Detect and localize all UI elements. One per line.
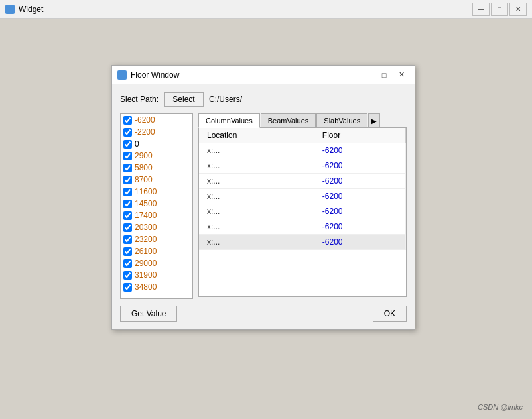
- tab-beam[interactable]: BeamValues: [261, 113, 316, 127]
- tab-column[interactable]: ColumnValues: [198, 113, 260, 128]
- modal-title: Floor Window: [131, 70, 358, 80]
- check-list-item[interactable]: 17400: [121, 210, 192, 221]
- table-row: x:...-6200: [199, 189, 406, 204]
- check-list-item[interactable]: 8700: [121, 174, 192, 186]
- ok-button[interactable]: OK: [373, 306, 407, 322]
- checkbox-9[interactable]: [123, 223, 132, 232]
- check-item-label: 26100: [135, 247, 157, 256]
- cell-location: x:...: [199, 174, 314, 189]
- check-list-item[interactable]: 14500: [121, 198, 192, 210]
- table-row: x:...-6200: [199, 235, 406, 250]
- modal-minimize-button[interactable]: —: [359, 68, 375, 82]
- checkbox-list[interactable]: -6200-2200029005800870011600145001740020…: [121, 114, 192, 298]
- check-item-label: 23200: [135, 235, 157, 244]
- outer-window-controls: — □ ✕: [472, 3, 527, 16]
- select-path-button[interactable]: Select: [164, 92, 204, 107]
- checkbox-5[interactable]: [123, 176, 132, 184]
- checkbox-3[interactable]: [123, 152, 132, 160]
- get-value-button[interactable]: Get Value: [120, 306, 177, 322]
- cell-floor: -6200: [314, 189, 405, 204]
- check-list-item[interactable]: 5800: [121, 162, 192, 174]
- check-list-item[interactable]: 29000: [121, 257, 192, 269]
- check-list-item[interactable]: 20300: [121, 221, 192, 233]
- checkbox-6[interactable]: [123, 188, 132, 196]
- table-header: Location Floor: [199, 128, 406, 143]
- outer-maximize-button[interactable]: □: [491, 3, 508, 16]
- checkbox-list-container: -6200-2200029005800870011600145001740020…: [120, 113, 193, 299]
- table-row: x:...-6200: [199, 204, 406, 219]
- table-header-row: Location Floor: [199, 128, 406, 143]
- modal-titlebar: Floor Window — □ ✕: [112, 66, 415, 84]
- floor-window-modal: Floor Window — □ ✕ Slect Path: Select C:…: [111, 65, 415, 330]
- col-header-floor: Floor: [314, 128, 405, 143]
- checkbox-13[interactable]: [123, 271, 132, 280]
- cell-location: x:...: [199, 189, 314, 204]
- check-item-label: 11600: [135, 187, 157, 196]
- table-scroll[interactable]: Location Floor x:...-6200x:...-6200x:...…: [199, 128, 406, 296]
- check-list-item[interactable]: 11600: [121, 186, 192, 198]
- cell-floor: -6200: [314, 158, 405, 174]
- check-item-label: -2200: [135, 127, 155, 137]
- outer-app-icon: [5, 5, 15, 14]
- cell-floor: -6200: [314, 235, 405, 250]
- desktop: Floor Window — □ ✕ Slect Path: Select C:…: [0, 19, 532, 419]
- check-item-label: 17400: [135, 211, 157, 220]
- check-item-label: 5800: [135, 163, 153, 172]
- outer-titlebar: Widget — □ ✕: [0, 0, 532, 19]
- checkbox-14[interactable]: [123, 283, 132, 292]
- checkbox-4[interactable]: [123, 164, 132, 172]
- table-row: x:...-6200: [199, 143, 406, 158]
- checkbox-1[interactable]: [123, 128, 132, 137]
- outer-minimize-button[interactable]: —: [472, 3, 490, 16]
- check-item-label: 0: [135, 139, 139, 149]
- table-row: x:...-6200: [199, 174, 406, 189]
- modal-close-button[interactable]: ✕: [393, 68, 409, 82]
- table-container: Location Floor x:...-6200x:...-6200x:...…: [198, 128, 407, 297]
- table-body: x:...-6200x:...-6200x:...-6200x:...-6200…: [199, 143, 406, 250]
- check-list-item[interactable]: 2900: [121, 150, 192, 162]
- checkbox-12[interactable]: [123, 259, 132, 268]
- col-header-location: Location: [199, 128, 314, 143]
- cell-location: x:...: [199, 204, 314, 219]
- watermark: CSDN @lmkc: [478, 403, 523, 411]
- cell-floor: -6200: [314, 174, 405, 189]
- right-panel: ColumnValuesBeamValuesSlabValues▶ Locati…: [198, 113, 407, 299]
- cell-floor: -6200: [314, 219, 405, 235]
- path-row: Slect Path: Select C:/Users/: [120, 92, 407, 107]
- tabs-bar: ColumnValuesBeamValuesSlabValues▶: [198, 113, 407, 128]
- check-item-label: -6200: [135, 115, 155, 125]
- check-item-label: 2900: [135, 151, 153, 160]
- outer-close-button[interactable]: ✕: [509, 3, 527, 16]
- check-item-label: 20300: [135, 223, 157, 232]
- cell-floor: -6200: [314, 143, 405, 158]
- checkbox-10[interactable]: [123, 235, 132, 244]
- check-item-label: 29000: [135, 259, 157, 268]
- checkbox-0[interactable]: [123, 116, 132, 125]
- checkbox-8[interactable]: [123, 211, 132, 220]
- cell-location: x:...: [199, 158, 314, 174]
- checkbox-2[interactable]: [123, 140, 132, 149]
- check-list-item[interactable]: 23200: [121, 233, 192, 245]
- table-row: x:...-6200: [199, 219, 406, 235]
- tab-slab[interactable]: SlabValues: [316, 113, 367, 127]
- modal-maximize-button[interactable]: □: [376, 68, 392, 82]
- cell-location: x:...: [199, 143, 314, 158]
- check-list-item[interactable]: 26100: [121, 245, 192, 257]
- check-list-item[interactable]: 34800: [121, 281, 192, 293]
- checkbox-7[interactable]: [123, 200, 132, 208]
- checkbox-11[interactable]: [123, 247, 132, 256]
- table-row: x:...-6200: [199, 158, 406, 174]
- outer-window-title: Widget: [19, 5, 472, 14]
- check-list-item[interactable]: 31900: [121, 269, 192, 281]
- main-area: -6200-2200029005800870011600145001740020…: [120, 113, 407, 299]
- cell-floor: -6200: [314, 204, 405, 219]
- check-list-item[interactable]: -2200: [121, 126, 192, 138]
- path-label: Slect Path:: [120, 95, 159, 104]
- check-item-label: 31900: [135, 270, 157, 280]
- path-value: C:/Users/: [209, 95, 242, 104]
- tab-scroll-right-button[interactable]: ▶: [368, 113, 380, 127]
- check-list-item[interactable]: 0: [121, 138, 192, 150]
- cell-location: x:...: [199, 235, 314, 250]
- check-list-item[interactable]: -6200: [121, 114, 192, 126]
- modal-content: Slect Path: Select C:/Users/ -6200-22000…: [112, 84, 415, 329]
